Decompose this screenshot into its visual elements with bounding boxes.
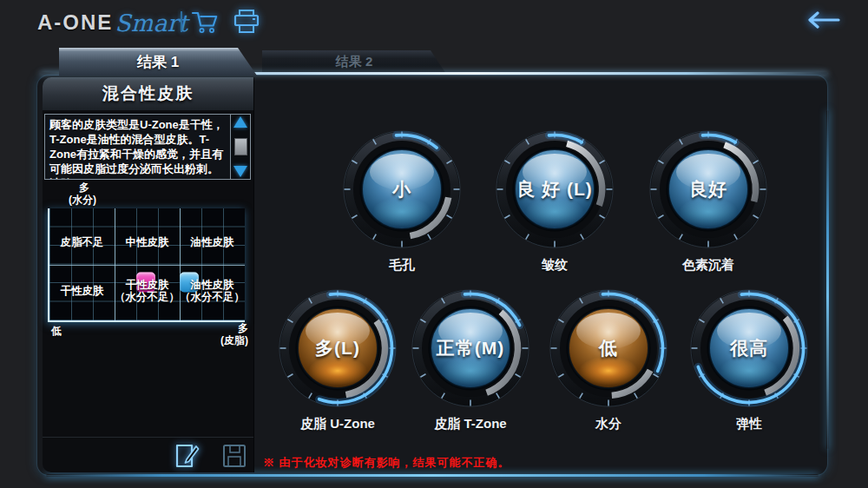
left-panel-footer: [43, 437, 253, 472]
gauge-sebum-t-zone: 正常(M) 皮脂 T-Zone: [405, 283, 536, 432]
app-logo-script: Smart: [115, 10, 187, 36]
grid-major-line: [49, 265, 245, 266]
chart-cell-label: 干性皮肤: [60, 285, 103, 297]
save-floppy-icon: [221, 444, 247, 468]
gauge-moisture: 低 水分: [543, 283, 674, 432]
tab-result-1[interactable]: 结果 1: [59, 48, 257, 76]
tab-result-2[interactable]: 结果 2: [262, 50, 446, 74]
cart-button[interactable]: [190, 9, 221, 38]
skin-description-text: 顾客的皮肤类型是U-Zone是干性，T-Zone是油性的混合型皮肤。T-Zone…: [45, 115, 230, 179]
gauge-wrinkles-label: 皱纹: [490, 257, 620, 274]
scrollbar-thumb[interactable]: [234, 138, 247, 155]
chart-cell-label: 干性皮肤（水分不足）: [115, 279, 180, 303]
description-scrollbar[interactable]: [230, 115, 250, 179]
gauge-wrinkles: 良 好 (L) 皱纹: [490, 124, 620, 274]
edit-document-icon: [173, 443, 201, 469]
gauge-dial-pigmentation: [643, 124, 773, 254]
gauge-elasticity: 很高 弹性: [684, 283, 814, 432]
tab-result-2-label: 结果 2: [336, 54, 373, 70]
makeup-warning-text: ※ 由于化妆对诊断有影响，结果可能不正确。: [263, 455, 510, 471]
topbar-divider: [181, 11, 182, 32]
top-bar: A-ONESmart: [0, 0, 868, 49]
gauge-pigmentation: 良好 色素沉着: [643, 124, 773, 274]
scroll-down-icon[interactable]: [233, 166, 247, 177]
gauge-dial-wrinkles: [490, 124, 620, 254]
chart-cell-label: 油性皮肤（水分不足）: [180, 279, 245, 303]
app-logo: A-ONESmart: [37, 8, 187, 37]
gauge-dial-sebum-t-zone: [405, 283, 536, 413]
gauge-sebum-u-zone: 多(L) 皮脂 U-Zone: [273, 283, 403, 432]
app-logo-text: A-ONE: [37, 10, 113, 35]
axis-label-low: 低: [51, 324, 62, 339]
tab-result-1-label: 结果 1: [137, 52, 179, 72]
print-button[interactable]: [233, 9, 260, 38]
arrow-left-icon: [804, 10, 842, 30]
gauge-sebum-t-zone-label: 皮脂 T-Zone: [405, 416, 536, 432]
back-button[interactable]: [804, 10, 842, 33]
gauge-pores-label: 毛孔: [337, 257, 467, 274]
skin-type-chart: 皮脂不足中性皮肤油性皮肤干性皮肤干性皮肤（水分不足）油性皮肤（水分不足）: [48, 208, 245, 322]
skin-type-panel: 混合性皮肤 顾客的皮肤类型是U-Zone是干性，T-Zone是油性的混合型皮肤。…: [43, 77, 254, 472]
results-panel: 混合性皮肤 顾客的皮肤类型是U-Zone是干性，T-Zone是油性的混合型皮肤。…: [36, 75, 828, 476]
skin-type-title: 混合性皮肤: [43, 77, 253, 110]
gauge-sebum-u-zone-label: 皮脂 U-Zone: [273, 416, 403, 432]
panel-right-glow: [826, 110, 829, 449]
save-button[interactable]: [221, 444, 247, 472]
chart-cell-label: 油性皮肤: [190, 236, 233, 248]
axis-label-sebum: 多 (皮脂): [220, 322, 248, 346]
chart-cell-label: 皮脂不足: [60, 236, 103, 248]
panel-bottom-glow: [46, 474, 819, 477]
scroll-up-icon[interactable]: [233, 116, 247, 128]
gauge-elasticity-label: 弹性: [684, 416, 814, 432]
gauge-dial-pores: [337, 124, 467, 254]
edit-button[interactable]: [173, 443, 201, 472]
axis-label-moisture: 多 (水分): [69, 181, 96, 206]
gauge-pores: 小 毛孔: [337, 124, 467, 274]
skin-description-box: 顾客的皮肤类型是U-Zone是干性，T-Zone是油性的混合型皮肤。T-Zone…: [44, 114, 251, 180]
gauge-moisture-label: 水分: [543, 416, 674, 432]
gauge-dial-sebum-u-zone: [273, 283, 403, 413]
gauge-dial-moisture: [543, 283, 674, 413]
printer-icon: [233, 9, 260, 35]
shopping-cart-icon: [190, 9, 221, 35]
gauge-dial-elasticity: [684, 283, 814, 413]
chart-cell-label: 中性皮肤: [125, 236, 168, 248]
gauge-pigmentation-label: 色素沉着: [643, 257, 773, 274]
